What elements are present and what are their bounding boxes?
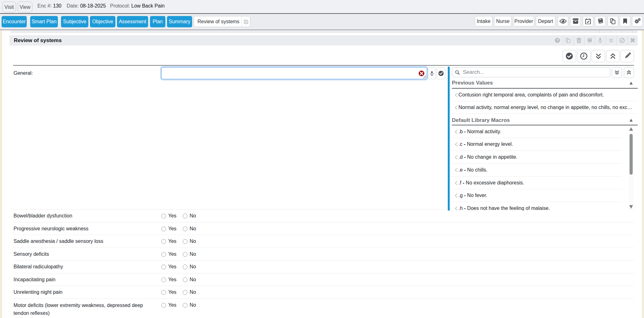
svg-text:?: ? [556,38,558,43]
